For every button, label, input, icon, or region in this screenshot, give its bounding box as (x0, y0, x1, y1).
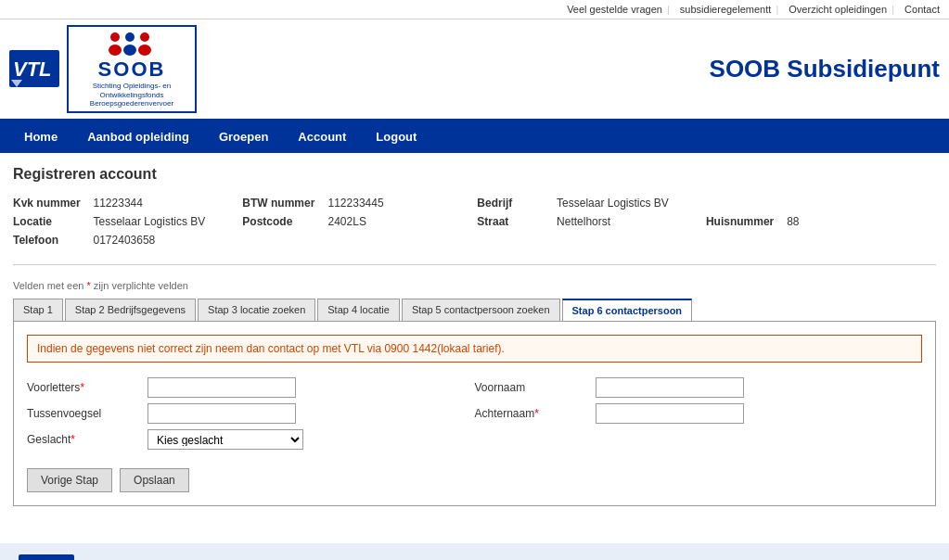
geslacht-row: Geslacht* Kies geslachtManVrouw (27, 429, 466, 450)
soob-letters-block: SOOB (98, 57, 166, 82)
tussenvoegsel-input[interactable] (147, 403, 296, 424)
soob-subtitle: Stichting Opleidings- en Ontwikkelingsfo… (76, 82, 187, 108)
voornaam-label: Voornaam (475, 381, 596, 394)
contact-link[interactable]: Contact (904, 4, 940, 15)
form-col-right: Voornaam Achternaam* (475, 377, 923, 455)
nav-groepen[interactable]: Groepen (204, 121, 283, 153)
header: VTL S (0, 19, 949, 121)
steps-tabs: Stap 1 Stap 2 Bedrijfsgegevens Stap 3 lo… (13, 299, 936, 321)
button-row: Vorige Stap Opslaan (27, 468, 922, 492)
vtl-logo-svg: VTL (9, 50, 59, 87)
faq-link[interactable]: Veel gestelde vragen (567, 4, 662, 15)
voornaam-input[interactable] (596, 377, 744, 398)
geslacht-label: Geslacht* (27, 433, 147, 446)
svg-point-8 (138, 45, 151, 56)
opleidingen-link[interactable]: Overzicht opleidingen (789, 4, 887, 15)
svg-point-6 (123, 45, 136, 56)
tussenvoegsel-label: Tussenvoegsel (27, 407, 147, 420)
footer-vtl-logo: VTL (19, 554, 74, 560)
straat-label: Straat (477, 212, 557, 231)
svg-point-7 (140, 32, 149, 42)
huisnummer-label: Huisnummer (706, 212, 787, 231)
opslaan-button[interactable]: Opslaan (120, 468, 189, 492)
soob-logo: SOOB Stichting Opleidings- en Ontwikkeli… (67, 25, 197, 113)
telefoon-value: 0172403658 (94, 231, 243, 249)
svg-point-4 (109, 45, 122, 56)
vtl-logo: VTL (9, 50, 59, 87)
top-bar: Veel gestelde vragen | subsidieregelemen… (0, 0, 949, 19)
svg-rect-9 (19, 554, 74, 560)
nav-home[interactable]: Home (9, 121, 72, 153)
step-tab-6[interactable]: Stap 6 contactpersoon (562, 299, 693, 321)
huisnummer-value: 88 (787, 212, 936, 231)
required-notice: Velden met een * zijn verplichte velden (13, 280, 936, 291)
voorletters-label: Voorletters* (27, 381, 147, 394)
footer-vtl-logo-svg: VTL (19, 554, 74, 560)
step-tab-5[interactable]: Stap 5 contactpersoon zoeken (402, 299, 560, 321)
form-area: Indien de gegevens niet correct zijn nee… (13, 321, 936, 506)
bedrijf-value: Tesselaar Logistics BV (557, 194, 706, 212)
postcode-label: Postcode (242, 212, 327, 231)
postcode-value: 2402LS (328, 212, 478, 231)
step-tab-4[interactable]: Stap 4 locatie (317, 299, 400, 321)
step-tab-3[interactable]: Stap 3 locatie zoeken (198, 299, 315, 321)
soob-icons (104, 30, 160, 56)
btw-label: BTW nummer (242, 194, 327, 212)
header-title: SOOB Subsidiepunt (710, 55, 940, 83)
voorletters-row: Voorletters* (27, 377, 466, 398)
svg-point-3 (110, 32, 120, 42)
main-nav: Home Aanbod opleiding Groepen Account Lo… (0, 121, 949, 153)
locatie-value: Tesselaar Logistics BV (94, 212, 243, 231)
straat-value: Nettelhorst (557, 212, 706, 231)
divider-1 (13, 264, 936, 265)
kvk-label: Kvk nummer (13, 194, 94, 212)
logo-area: VTL S (9, 25, 197, 113)
geslacht-select[interactable]: Kies geslachtManVrouw (147, 429, 303, 450)
nav-account[interactable]: Account (283, 121, 361, 153)
locatie-label: Locatie (13, 212, 94, 231)
soob-letters: SOOB (98, 57, 166, 82)
voornaam-row: Voornaam (475, 377, 914, 398)
achternaam-row: Achternaam* (475, 403, 914, 424)
vorige-stap-button[interactable]: Vorige Stap (27, 468, 112, 492)
main-content: Registreren account Kvk nummer 11223344 … (0, 153, 949, 525)
nav-aanbod[interactable]: Aanbod opleiding (72, 121, 204, 153)
warning-message: Indien de gegevens niet correct zijn nee… (27, 335, 922, 363)
bedrijf-label: Bedrijf (477, 194, 557, 212)
account-info-table: Kvk nummer 11223344 BTW nummer 112233445… (13, 194, 936, 249)
footer-vtl: VTL VTL versnelt de ontwikkeling van men… (0, 543, 949, 560)
btw-value: 112233445 (328, 194, 478, 212)
step-tab-1[interactable]: Stap 1 (13, 299, 63, 321)
achternaam-input[interactable] (596, 403, 744, 424)
soob-people-svg (104, 30, 160, 56)
telefoon-label: Telefoon (13, 231, 94, 249)
svg-point-5 (125, 32, 135, 42)
form-col-left: Voorletters* Tussenvoegsel Geslacht* Kie… (27, 377, 475, 455)
svg-text:VTL: VTL (13, 57, 52, 81)
voorletters-input[interactable] (147, 377, 296, 398)
nav-logout[interactable]: Logout (361, 121, 431, 153)
subsidie-link[interactable]: subsidieregelementt (680, 4, 771, 15)
kvk-value: 11223344 (94, 194, 243, 212)
form-columns: Voorletters* Tussenvoegsel Geslacht* Kie… (27, 377, 922, 455)
tussenvoegsel-row: Tussenvoegsel (27, 403, 466, 424)
page-title: Registreren account (13, 166, 936, 183)
achternaam-label: Achternaam* (475, 407, 596, 420)
step-tab-2[interactable]: Stap 2 Bedrijfsgegevens (65, 299, 196, 321)
